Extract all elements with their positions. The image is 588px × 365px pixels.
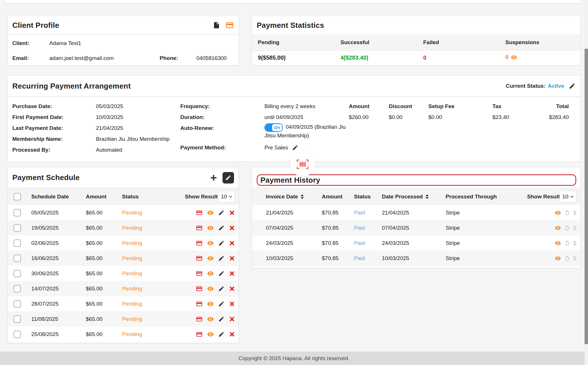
suspensions-view-icon[interactable] bbox=[511, 54, 517, 60]
charge-card-icon[interactable] bbox=[196, 285, 203, 292]
refund-icon[interactable] bbox=[564, 240, 570, 246]
sort-icon[interactable] bbox=[425, 194, 429, 199]
auto-renew-label: Auto-Renew: bbox=[180, 125, 214, 131]
delete-icon[interactable] bbox=[229, 331, 235, 337]
refund-icon[interactable] bbox=[564, 225, 570, 231]
schedule-date: 30/06/2025 bbox=[31, 270, 59, 277]
delete-icon[interactable] bbox=[229, 270, 235, 277]
view-icon[interactable] bbox=[555, 210, 561, 216]
edit-icon[interactable] bbox=[218, 331, 225, 337]
delete-icon[interactable] bbox=[229, 225, 235, 231]
date-processed: 24/03/2025 bbox=[382, 240, 409, 246]
history-amount: $70.85 bbox=[322, 210, 339, 216]
processed-by-label: Processed By: bbox=[12, 147, 50, 153]
scrollbar-thumb[interactable] bbox=[585, 49, 588, 344]
auto-renew-toggle[interactable]: On bbox=[264, 123, 283, 132]
schedule-table-header: Schedule Date Amount Status Show Results… bbox=[8, 188, 239, 205]
bulk-edit-button[interactable] bbox=[223, 172, 234, 184]
purchase-date-value: 05/03/2025 bbox=[96, 103, 123, 110]
client-document-icon[interactable] bbox=[213, 22, 220, 29]
current-status-edit-icon[interactable] bbox=[569, 83, 576, 89]
view-icon[interactable] bbox=[207, 225, 214, 231]
page-size-select[interactable]: 10 bbox=[218, 191, 235, 203]
row-checkbox[interactable] bbox=[13, 285, 21, 292]
schedule-amount: $65.00 bbox=[86, 225, 102, 231]
schedule-amount: $65.00 bbox=[86, 286, 102, 292]
row-checkbox[interactable] bbox=[13, 209, 21, 216]
view-icon[interactable] bbox=[207, 300, 214, 307]
edit-icon[interactable] bbox=[218, 286, 225, 292]
barcode-badge[interactable] bbox=[290, 152, 315, 177]
charge-icon[interactable]: $ bbox=[573, 225, 577, 231]
edit-icon[interactable] bbox=[218, 240, 225, 246]
view-icon[interactable] bbox=[555, 240, 561, 246]
schedule-status: Pending bbox=[122, 225, 142, 231]
recurring-title: Recurring Payment Arrangement bbox=[12, 82, 131, 91]
first-payment-value: 10/03/2025 bbox=[96, 114, 123, 120]
edit-icon[interactable] bbox=[218, 255, 225, 261]
edit-icon[interactable] bbox=[218, 225, 225, 231]
edit-icon bbox=[225, 175, 231, 181]
view-icon[interactable] bbox=[555, 255, 561, 261]
last-payment-value: 21/04/2025 bbox=[96, 125, 123, 131]
page-size-value: 10 bbox=[221, 194, 227, 200]
stat-col-pending: Pending bbox=[258, 39, 279, 46]
schedule-status: Pending bbox=[122, 331, 142, 337]
refund-icon[interactable] bbox=[564, 210, 570, 216]
refund-icon[interactable] bbox=[564, 255, 570, 261]
row-checkbox[interactable] bbox=[13, 270, 21, 277]
row-checkbox[interactable] bbox=[13, 255, 21, 262]
delete-icon[interactable] bbox=[229, 255, 235, 261]
schedule-amount: $65.00 bbox=[86, 255, 102, 261]
delete-icon[interactable] bbox=[229, 286, 235, 292]
charge-card-icon[interactable] bbox=[196, 209, 203, 216]
view-icon[interactable] bbox=[207, 316, 214, 323]
current-status-label: Current Status: bbox=[506, 83, 546, 89]
select-all-checkbox[interactable] bbox=[13, 193, 21, 200]
view-icon[interactable] bbox=[207, 240, 214, 247]
view-icon[interactable] bbox=[207, 270, 214, 277]
edit-icon[interactable] bbox=[218, 316, 225, 322]
charge-icon[interactable]: $ bbox=[573, 209, 577, 216]
charge-card-icon[interactable] bbox=[196, 255, 203, 262]
page-size-select[interactable]: 10 bbox=[559, 191, 577, 203]
delete-icon[interactable] bbox=[229, 240, 235, 246]
schedule-row: 14/07/2025 $65.00 Pending bbox=[8, 281, 239, 296]
view-icon[interactable] bbox=[207, 255, 214, 262]
add-payment-icon[interactable] bbox=[209, 173, 218, 182]
charge-icon[interactable]: $ bbox=[573, 240, 577, 247]
charge-card-icon[interactable] bbox=[196, 331, 203, 338]
sort-icon[interactable] bbox=[300, 194, 304, 199]
schedule-date: 16/06/2025 bbox=[31, 255, 59, 261]
row-checkbox[interactable] bbox=[13, 300, 21, 308]
amount-header: Amount bbox=[322, 188, 343, 205]
row-checkbox[interactable] bbox=[13, 315, 21, 323]
current-status-value: Active bbox=[548, 83, 564, 89]
statistics-header-band: Pending Successful Failed Suspensions bbox=[252, 36, 580, 51]
delete-icon[interactable] bbox=[229, 301, 235, 307]
delete-icon[interactable] bbox=[229, 210, 235, 216]
charge-card-icon[interactable] bbox=[196, 270, 203, 277]
chevron-down-icon bbox=[229, 196, 232, 198]
charge-card-icon[interactable] bbox=[196, 316, 203, 323]
view-icon[interactable] bbox=[207, 331, 214, 338]
schedule-row: 28/07/2025 $65.00 Pending bbox=[8, 296, 239, 312]
view-icon[interactable] bbox=[207, 209, 214, 216]
row-checkbox[interactable] bbox=[13, 331, 21, 338]
charge-icon[interactable]: $ bbox=[573, 255, 577, 262]
edit-icon[interactable] bbox=[218, 270, 225, 277]
view-icon[interactable] bbox=[207, 285, 214, 292]
edit-icon[interactable] bbox=[218, 301, 225, 307]
row-checkbox[interactable] bbox=[13, 239, 21, 247]
charge-card-icon[interactable] bbox=[196, 225, 203, 231]
client-label: Client: bbox=[12, 40, 29, 46]
delete-icon[interactable] bbox=[229, 316, 235, 322]
payment-method-edit-icon[interactable] bbox=[292, 145, 298, 151]
row-checkbox[interactable] bbox=[13, 224, 21, 232]
client-credit-card-icon[interactable] bbox=[225, 21, 234, 30]
charge-card-icon[interactable] bbox=[196, 300, 203, 307]
view-icon[interactable] bbox=[555, 225, 561, 231]
edit-icon[interactable] bbox=[218, 210, 225, 216]
charge-card-icon[interactable] bbox=[196, 240, 203, 247]
email-value: adam.joel.test@gmail.com bbox=[49, 55, 114, 61]
